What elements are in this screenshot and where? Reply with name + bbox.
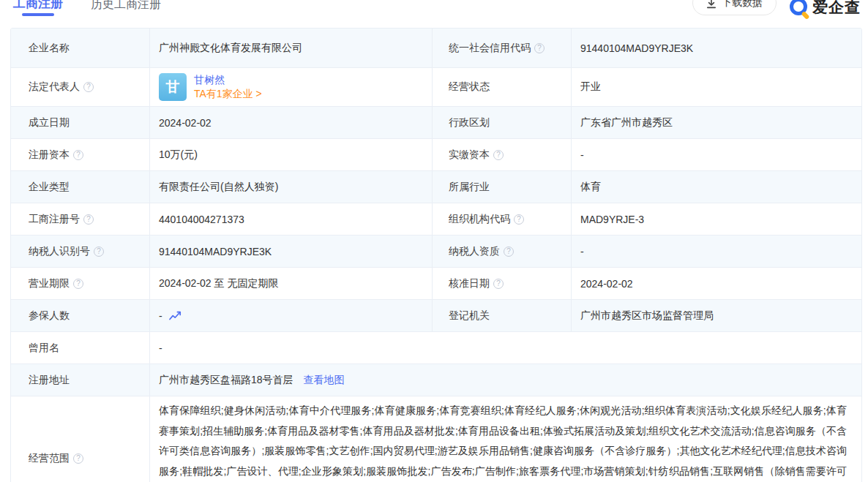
header-actions: 下载数据 爱企查: [692, 0, 861, 18]
row-former-name: 曾用名 -: [11, 332, 861, 364]
address-value: 广州市越秀区盘福路18号首层 查看地图: [150, 364, 862, 396]
tab-history-registration-label: 历史工商注册: [91, 0, 161, 10]
biz-term-value: 2024-02-02 至 无固定期限: [150, 268, 433, 299]
legal-rep-name-link[interactable]: 甘树然: [194, 73, 262, 87]
reg-capital-label: 注册资本 ?: [11, 139, 150, 170]
tab-bar: 工商注册 历史工商注册: [13, 0, 161, 12]
help-icon[interactable]: ?: [514, 214, 524, 225]
credit-code-value: 91440104MAD9YRJE3K: [572, 29, 862, 67]
trend-chart-icon[interactable]: [168, 310, 182, 321]
approval-date-value: 2024-02-02: [572, 268, 862, 299]
row-business-scope: 经营范围 ? 体育保障组织;健身休闲活动;体育中介代理服务;体育健康服务;体育竞…: [11, 396, 861, 482]
address-label: 注册地址: [11, 364, 150, 396]
company-type-label: 企业类型: [11, 171, 150, 203]
industry-value: 体育: [572, 171, 862, 203]
reg-authority-value: 广州市越秀区市场监督管理局: [572, 300, 862, 331]
view-map-link[interactable]: 查看地图: [304, 374, 345, 387]
row-registered-address: 注册地址 广州市越秀区盘福路18号首层 查看地图: [11, 364, 861, 396]
legal-rep-avatar[interactable]: 甘: [159, 73, 187, 101]
help-icon[interactable]: ?: [83, 82, 94, 92]
tab-business-registration[interactable]: 工商注册: [13, 0, 63, 12]
paid-capital-label: 实缴资本 ?: [433, 139, 572, 170]
taxpayer-qual-label: 纳税人资质 ?: [433, 236, 572, 267]
insured-label: 参保人数: [11, 300, 150, 331]
help-icon[interactable]: ?: [504, 246, 514, 257]
legal-rep-related-link[interactable]: TA有1家企业 >: [194, 87, 262, 101]
reg-no-label: 工商注册号 ?: [11, 203, 150, 235]
biz-status-label: 经营状态: [433, 68, 572, 106]
aiqicha-brand-text: 爱企查: [812, 0, 861, 18]
biz-status-value: 开业: [572, 68, 862, 106]
help-icon[interactable]: ?: [493, 279, 504, 289]
scope-label: 经营范围 ?: [11, 396, 150, 482]
registration-info-table: 企业名称 广州神殿文化体育发展有限公司 统一社会信用代码 ? 91440104M…: [10, 28, 862, 482]
help-icon[interactable]: ?: [493, 150, 504, 160]
legal-rep-label: 法定代表人 ?: [11, 68, 150, 106]
tab-business-registration-label: 工商注册: [13, 0, 63, 10]
company-type-value: 有限责任公司(自然人独资): [150, 171, 433, 203]
row-company-type: 企业类型 有限责任公司(自然人独资) 所属行业 体育: [11, 171, 861, 203]
taxpayer-qual-value: -: [572, 236, 862, 267]
download-data-button[interactable]: 下载数据: [692, 0, 777, 15]
admin-division-value: 广东省广州市越秀区: [572, 107, 862, 138]
help-icon[interactable]: ?: [73, 279, 83, 289]
help-icon[interactable]: ?: [534, 43, 545, 53]
paid-capital-value: -: [572, 139, 862, 170]
row-registration-number: 工商注册号 ? 440104004271373 组织机构代码 ? MAD9YRJ…: [11, 203, 861, 236]
row-business-term: 营业期限 ? 2024-02-02 至 无固定期限 核准日期 ? 2024-02…: [11, 268, 861, 300]
insured-value: -: [150, 300, 433, 331]
row-insured-count: 参保人数 - 登记机关 广州市越秀区市场监督管理局: [11, 300, 861, 332]
help-icon[interactable]: ?: [83, 214, 94, 225]
aiqicha-logo[interactable]: 爱企查: [790, 0, 861, 18]
former-name-label: 曾用名: [11, 332, 150, 364]
tab-history-registration[interactable]: 历史工商注册: [91, 0, 161, 12]
est-date-value: 2024-02-02: [150, 107, 433, 138]
reg-capital-value: 10万(元): [150, 139, 433, 170]
row-registered-capital: 注册资本 ? 10万(元) 实缴资本 ? -: [11, 139, 861, 171]
section-header: 工商注册 历史工商注册 下载数据 爱企查: [0, 0, 868, 28]
row-company-name: 企业名称 广州神殿文化体育发展有限公司 统一社会信用代码 ? 91440104M…: [11, 29, 861, 68]
legal-rep-value: 甘 甘树然 TA有1家企业 >: [150, 68, 433, 106]
business-registration-page: 工商注册 历史工商注册 下载数据 爱企查: [0, 0, 868, 482]
help-icon[interactable]: ?: [94, 246, 104, 257]
scope-value: 体育保障组织;健身休闲活动;体育中介代理服务;体育健康服务;体育竞赛组织;体育经…: [150, 396, 861, 482]
former-name-value: -: [150, 332, 862, 364]
reg-authority-label: 登记机关: [433, 300, 572, 331]
taxpayer-no-label: 纳税人识别号 ?: [11, 236, 150, 267]
company-name-label: 企业名称: [11, 29, 150, 67]
reg-no-value: 440104004271373: [150, 203, 433, 235]
row-establish-date: 成立日期 2024-02-02 行政区划 广东省广州市越秀区: [11, 107, 861, 139]
row-legal-representative: 法定代表人 ? 甘 甘树然 TA有1家企业 > 经营状态 开业: [11, 68, 861, 107]
download-icon: [706, 0, 717, 9]
help-icon[interactable]: ?: [73, 453, 83, 464]
aiqicha-q-icon: [790, 0, 809, 17]
row-taxpayer-id: 纳税人识别号 ? 91440104MAD9YRJE3K 纳税人资质 ? -: [11, 236, 861, 268]
est-date-label: 成立日期: [11, 107, 150, 138]
approval-date-label: 核准日期 ?: [433, 268, 572, 299]
industry-label: 所属行业: [433, 171, 572, 203]
help-icon[interactable]: ?: [73, 150, 83, 160]
credit-code-label: 统一社会信用代码 ?: [433, 29, 572, 67]
taxpayer-no-value: 91440104MAD9YRJE3K: [150, 236, 433, 267]
active-tab-underline: [22, 13, 54, 16]
admin-division-label: 行政区划: [433, 107, 572, 138]
org-code-value: MAD9YRJE-3: [572, 203, 862, 235]
biz-term-label: 营业期限 ?: [11, 268, 150, 299]
org-code-label: 组织机构代码 ?: [433, 203, 572, 235]
company-name-value: 广州神殿文化体育发展有限公司: [150, 29, 433, 67]
download-data-label: 下载数据: [722, 0, 763, 10]
